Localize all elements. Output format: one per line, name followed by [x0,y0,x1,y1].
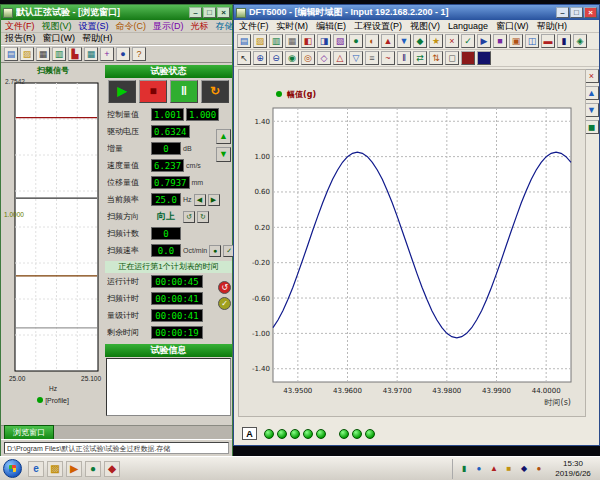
update-icon[interactable]: ■ [503,463,515,475]
minimize-button[interactable]: – [556,7,569,18]
timer-hold-button[interactable]: ✓ [218,297,231,310]
pause-icon[interactable]: ‖ [397,51,411,65]
tool-icon[interactable]: ◈ [573,34,587,48]
plot-area[interactable] [273,108,571,382]
maximize-button[interactable]: □ [570,7,583,18]
tool-icon[interactable]: ▣ [509,34,523,48]
title-bar[interactable]: DFT5000 - [编辑时域图 - Input 192.168.2.200 -… [234,5,599,20]
field-button[interactable]: ↻ [197,211,209,223]
tray-icon[interactable]: ◆ [518,463,530,475]
tool-icon[interactable]: ▼ [397,34,411,48]
menu-item[interactable]: 帮助(H) [82,32,113,45]
tool-icon[interactable]: ▧ [333,34,347,48]
frame-icon[interactable]: ◻ [445,51,459,65]
close-button[interactable]: × [217,7,230,18]
tool-icon[interactable]: ★ [429,34,443,48]
tool-icon[interactable]: ● [349,34,363,48]
menu-item[interactable]: 工程设置(P) [354,20,402,33]
tool-icon[interactable]: ◎ [301,51,315,65]
tool-icon[interactable]: ◨ [317,34,331,48]
flag-red-icon[interactable] [461,51,475,65]
grid-icon[interactable]: ▦ [84,47,98,61]
run-icon[interactable]: ▶ [477,34,491,48]
tab-browse-window[interactable]: 浏览窗口 [4,425,54,439]
browser-icon[interactable]: e [28,461,44,477]
menu-item[interactable]: 文件(F) [5,20,35,33]
clock[interactable]: 15:30 2019/6/26 [549,459,597,479]
sweep-legend[interactable]: [Profile] [3,397,103,404]
swap-icon[interactable]: ⇄ [413,51,427,65]
field-button[interactable]: ▶ [208,194,220,206]
save-icon[interactable]: ▤ [237,34,251,48]
pointer-icon[interactable]: ↖ [237,51,251,65]
flag-navy-icon[interactable] [477,51,491,65]
scroll-down-icon[interactable]: ▼ [585,103,599,117]
menu-item[interactable]: 实时(M) [277,20,309,33]
zoom-icon[interactable]: ● [116,47,130,61]
menu-item[interactable]: 命令(C) [116,20,147,33]
tool-icon[interactable]: ◇ [317,51,331,65]
zoom-out-icon[interactable]: ⊖ [269,51,283,65]
menu-item[interactable]: Language [448,21,488,31]
menu-item[interactable]: 存储 [216,20,234,33]
pause-button[interactable]: ‖ [170,80,198,103]
start-button[interactable] [3,459,22,478]
report-icon[interactable]: ▥ [269,34,283,48]
close-button[interactable]: × [584,7,597,18]
maximize-button[interactable]: □ [203,7,216,18]
delete-icon[interactable]: × [445,34,459,48]
scroll-up-icon[interactable]: ▲ [585,86,599,100]
channel-a-button[interactable]: A [242,427,257,440]
stop-icon[interactable]: ■ [493,34,507,48]
app-icon[interactable]: ◆ [104,461,120,477]
menu-item[interactable]: 设置(S) [79,20,109,33]
tool-icon[interactable]: ◧ [301,34,315,48]
close-panel-icon[interactable]: × [585,69,599,83]
menu-item[interactable]: 窗口(W) [496,20,529,33]
tool-icon[interactable]: ▮ [557,34,571,48]
tool-icon[interactable]: ▽ [349,51,363,65]
print-icon[interactable]: ▦ [285,34,299,48]
menu-item[interactable]: 报告(R) [5,32,36,45]
confirm-icon[interactable]: ✓ [461,34,475,48]
open-folder-icon[interactable]: ▨ [20,47,34,61]
sort-icon[interactable]: ⇅ [429,51,443,65]
tool-icon[interactable]: ◫ [525,34,539,48]
menu-item[interactable]: 视图(V) [42,20,72,33]
print-icon[interactable]: ▦ [36,47,50,61]
field-button[interactable]: ● [209,245,221,257]
cursor-icon[interactable]: + [100,47,114,61]
zoom-in-icon[interactable]: ⊕ [253,51,267,65]
tool-icon[interactable]: ◐ [365,34,379,48]
menu-item[interactable]: 文件(F) [239,20,269,33]
app-icon[interactable]: ● [85,461,101,477]
menu-item[interactable]: 编辑(E) [316,20,346,33]
tray-icon[interactable]: ● [533,463,545,475]
menu-item[interactable]: 视图(V) [410,20,440,33]
loop-button[interactable]: ↻ [201,80,229,103]
minimize-button[interactable]: – [189,7,202,18]
level-down-button[interactable]: ▼ [216,147,231,162]
help-icon[interactable]: ? [132,47,146,61]
chart-icon[interactable]: ▙ [68,47,82,61]
stop-button[interactable]: ■ [139,80,167,103]
tool-icon[interactable]: ◆ [413,34,427,48]
tool-icon[interactable]: ▬ [541,34,555,48]
start-button[interactable]: ▶ [108,80,136,103]
menu-item[interactable]: 显示(D) [153,20,184,33]
media-player-icon[interactable]: ▶ [66,461,82,477]
save-icon[interactable]: ▤ [4,47,18,61]
level-up-button[interactable]: ▲ [216,129,231,144]
timer-reset-button[interactable]: ↺ [218,281,231,294]
menu-item[interactable]: 窗口(W) [43,32,76,45]
tool-icon[interactable]: ▲ [381,34,395,48]
list-icon[interactable]: ≡ [365,51,379,65]
report-icon[interactable]: ▥ [52,47,66,61]
menu-item[interactable]: 帮助(H) [537,20,568,33]
folder-icon[interactable]: ▨ [47,461,63,477]
field-button[interactable]: ↺ [183,211,195,223]
menu-item[interactable]: 光标 [191,20,209,33]
antivirus-icon[interactable]: ▲ [488,463,500,475]
open-folder-icon[interactable]: ▨ [253,34,267,48]
title-bar[interactable]: 默认正弦试验 - [浏览窗口] –□× [1,5,232,20]
